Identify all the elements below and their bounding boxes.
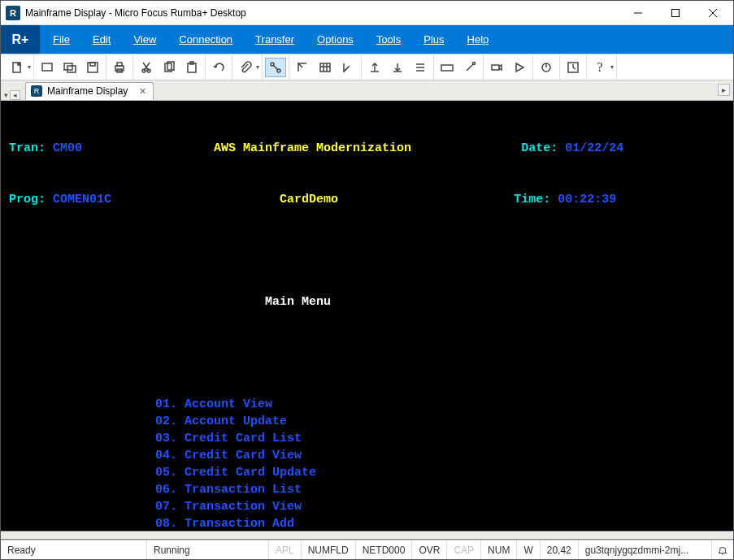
tab-next-icon[interactable]: ▸ (718, 84, 730, 96)
undo-icon[interactable] (208, 58, 229, 77)
time-value: 00:22:39 (558, 191, 616, 208)
svg-marker-43 (516, 63, 523, 72)
tran-value: CM00 (53, 140, 82, 157)
clock-icon[interactable] (562, 58, 584, 77)
date-value: 01/22/24 (565, 140, 623, 157)
toolbar: ▾ ▾ (1, 54, 733, 80)
svg-rect-25 (320, 63, 330, 72)
record-icon[interactable] (486, 58, 507, 77)
table-icon[interactable] (315, 58, 336, 77)
menu-option: 04. Credit Card View (9, 447, 725, 464)
option-number: 05. (155, 464, 177, 481)
menu-tools[interactable]: Tools (376, 33, 401, 46)
svg-rect-42 (492, 65, 499, 70)
paste-icon[interactable] (181, 58, 202, 77)
svg-rect-11 (117, 63, 122, 66)
status-remote: gu3tqnjygqzdmmi-2mj... (579, 540, 712, 559)
close-button[interactable] (694, 1, 732, 25)
date-label: Date: (521, 140, 558, 157)
tran-label: Tran: (9, 140, 46, 157)
attach-icon[interactable] (235, 58, 256, 77)
app-icon: R (6, 6, 20, 20)
status-num: NUM (481, 540, 517, 559)
dropdown-caret-icon[interactable]: ▾ (256, 63, 259, 71)
svg-rect-1 (672, 9, 680, 16)
help-icon[interactable]: ? (589, 58, 610, 77)
option-label: Account Update (185, 413, 287, 430)
power-icon[interactable] (536, 58, 557, 77)
option-number: 03. (155, 430, 177, 447)
menu-option: 05. Credit Card Update (9, 464, 725, 481)
save-icon[interactable] (82, 58, 103, 77)
svg-line-29 (344, 66, 350, 72)
menu-plus[interactable]: Plus (423, 33, 444, 46)
menu-transfer[interactable]: Transfer (255, 33, 294, 46)
dropdown-caret-icon[interactable]: ▾ (610, 63, 614, 71)
cut-icon[interactable] (136, 58, 157, 77)
minimize-button[interactable] (619, 1, 657, 25)
dropdown-caret-icon[interactable]: ▾ (28, 63, 31, 71)
option-label: Transaction Add (185, 515, 294, 531)
svg-line-48 (573, 67, 575, 69)
status-ovr: OVR (412, 540, 447, 559)
svg-line-23 (273, 65, 278, 70)
option-label: Account View (185, 396, 272, 413)
multi-screen-icon[interactable] (59, 58, 80, 77)
print-icon[interactable] (109, 58, 130, 77)
status-cap: CAP (447, 540, 481, 559)
new-icon[interactable] (7, 58, 28, 77)
status-w: W (517, 540, 540, 559)
svg-rect-6 (64, 63, 72, 70)
brand-logo: R+ (1, 25, 40, 54)
header-line2: CardDemo (280, 191, 338, 208)
svg-line-40 (467, 64, 473, 71)
menu-file[interactable]: File (53, 33, 70, 46)
keyboard-icon[interactable] (436, 58, 458, 77)
status-apl: APL (269, 540, 302, 559)
terminal-screen[interactable]: Tran: CM00 AWS Mainframe Modernization D… (1, 101, 733, 531)
eyedropper-icon[interactable] (459, 58, 480, 77)
svg-rect-9 (90, 63, 95, 66)
menu-edit[interactable]: Edit (93, 33, 111, 46)
tab-menu-icon[interactable]: ▾ (4, 91, 8, 99)
prog-value: COMEN01C (53, 191, 111, 208)
menu-option: 08. Transaction Add (9, 515, 725, 531)
option-number: 08. (155, 515, 177, 531)
menu-help[interactable]: Help (467, 33, 489, 46)
tab-mainframe-display[interactable]: R Mainframe Display ✕ (25, 82, 154, 100)
menu-option: 02. Account Update (9, 413, 725, 430)
connect-icon[interactable] (265, 58, 286, 77)
window-title: Mainframe Display - Micro Focus Rumba+ D… (25, 7, 619, 19)
queue-icon[interactable] (410, 58, 431, 77)
screen-icon[interactable] (37, 58, 58, 77)
menu-option: 03. Credit Card List (9, 430, 725, 447)
notification-bell-icon[interactable] (712, 540, 733, 559)
prog-label: Prog: (9, 191, 46, 208)
tab-close-icon[interactable]: ✕ (139, 86, 146, 97)
main-menu-label: Main Menu (265, 293, 331, 310)
play-icon[interactable] (509, 58, 530, 77)
option-label: Credit Card List (185, 430, 302, 447)
tab-prev-icon[interactable]: ◂ (10, 90, 20, 100)
menu-connection[interactable]: Connection (179, 33, 232, 46)
option-number: 06. (155, 481, 177, 498)
menu-view[interactable]: View (133, 33, 156, 46)
window-controls (619, 1, 732, 25)
status-bar: Ready Running APL NUMFLD NETD000 OVR CAP… (1, 540, 733, 559)
option-label: Credit Card Update (185, 464, 316, 481)
cursor-down-icon[interactable] (337, 58, 358, 77)
window-titlebar: R Mainframe Display - Micro Focus Rumba+… (1, 1, 733, 25)
time-label: Time: (514, 191, 550, 208)
cursor-up-icon[interactable] (292, 58, 313, 77)
svg-rect-37 (441, 65, 453, 71)
menu-options[interactable]: Options (317, 33, 354, 46)
upload-icon[interactable] (364, 58, 385, 77)
separator (1, 531, 733, 540)
status-netd: NETD000 (356, 540, 413, 559)
copy-icon[interactable] (159, 58, 180, 77)
option-number: 07. (155, 498, 177, 515)
maximize-button[interactable] (657, 1, 694, 25)
option-number: 01. (155, 396, 177, 413)
download-icon[interactable] (387, 58, 408, 77)
header-line1: AWS Mainframe Modernization (214, 140, 411, 157)
